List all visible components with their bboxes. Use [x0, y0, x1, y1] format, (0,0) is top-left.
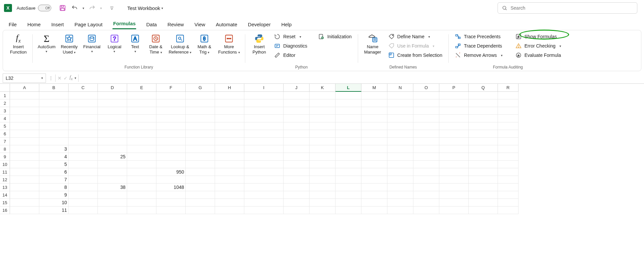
cell[interactable] [498, 99, 519, 107]
cell[interactable]: 7 [39, 176, 69, 184]
cell[interactable] [244, 115, 284, 122]
cell[interactable] [498, 115, 519, 122]
cell[interactable] [215, 161, 244, 168]
cell[interactable] [215, 138, 244, 145]
cell[interactable] [361, 168, 387, 176]
formula-options-icon[interactable]: ⋮ [49, 75, 53, 81]
cell[interactable] [284, 92, 310, 99]
cell[interactable] [387, 115, 413, 122]
cell[interactable] [335, 168, 361, 176]
cell[interactable] [98, 99, 127, 107]
cell[interactable] [127, 206, 156, 214]
cell[interactable] [439, 168, 469, 176]
show-formulas-button[interactable]: fxShow Formulas [513, 32, 564, 41]
cell[interactable] [439, 199, 469, 206]
cell[interactable] [387, 168, 413, 176]
cell[interactable] [156, 199, 186, 206]
error-checking-button[interactable]: Error Checking▾ [513, 42, 564, 50]
cell[interactable] [69, 199, 98, 206]
cell[interactable] [439, 138, 469, 145]
row-header[interactable]: 7 [0, 138, 10, 145]
cell[interactable] [498, 92, 519, 99]
cell[interactable] [39, 107, 69, 115]
cell[interactable] [244, 153, 284, 161]
cell[interactable] [186, 122, 215, 130]
cell[interactable] [10, 99, 39, 107]
cell[interactable]: 8 [39, 184, 69, 191]
cell[interactable] [498, 199, 519, 206]
select-all-corner[interactable] [0, 84, 10, 92]
cell[interactable] [413, 122, 439, 130]
cell[interactable] [98, 92, 127, 99]
cell[interactable] [10, 130, 39, 138]
cell[interactable] [10, 161, 39, 168]
cell[interactable] [39, 115, 69, 122]
cell[interactable] [215, 115, 244, 122]
cell[interactable] [215, 107, 244, 115]
cell[interactable] [186, 115, 215, 122]
cell[interactable] [284, 206, 310, 214]
row-header[interactable]: 12 [0, 176, 10, 184]
column-header[interactable]: H [215, 84, 244, 92]
column-header[interactable]: E [127, 84, 156, 92]
cell[interactable] [244, 168, 284, 176]
cell[interactable] [284, 138, 310, 145]
column-header[interactable]: J [284, 84, 310, 92]
cell[interactable] [310, 191, 335, 199]
insert-function-button[interactable]: fx InsertFunction [8, 32, 29, 56]
cell[interactable] [127, 184, 156, 191]
row-header[interactable]: 5 [0, 122, 10, 130]
cell[interactable] [335, 199, 361, 206]
autosave-state[interactable]: Off [38, 5, 51, 11]
column-header[interactable]: F [156, 84, 186, 92]
cell[interactable] [335, 99, 361, 107]
cell[interactable] [439, 153, 469, 161]
cell[interactable] [413, 115, 439, 122]
cell[interactable] [98, 145, 127, 153]
column-header[interactable]: C [69, 84, 98, 92]
cell[interactable] [186, 184, 215, 191]
cell[interactable] [215, 199, 244, 206]
cell[interactable] [186, 161, 215, 168]
cell[interactable] [310, 206, 335, 214]
cell[interactable] [413, 99, 439, 107]
cell[interactable] [469, 161, 498, 168]
row-header[interactable]: 3 [0, 107, 10, 115]
insert-python-button[interactable]: InsertPython [249, 32, 270, 56]
cell[interactable] [439, 145, 469, 153]
column-header[interactable]: D [98, 84, 127, 92]
cell[interactable] [284, 122, 310, 130]
cell[interactable] [498, 153, 519, 161]
cell[interactable] [498, 145, 519, 153]
cell[interactable] [39, 99, 69, 107]
cell[interactable] [244, 92, 284, 99]
cell[interactable] [156, 138, 186, 145]
cell[interactable] [361, 191, 387, 199]
cell[interactable] [387, 145, 413, 153]
cell[interactable] [127, 107, 156, 115]
cell[interactable] [361, 138, 387, 145]
cell[interactable]: 38 [98, 184, 127, 191]
cell[interactable] [186, 145, 215, 153]
cell[interactable] [127, 122, 156, 130]
cell[interactable] [310, 176, 335, 184]
cell[interactable] [413, 206, 439, 214]
date-time-button[interactable]: Date &Time ▾ [145, 32, 166, 56]
cell[interactable] [186, 138, 215, 145]
tab-help[interactable]: Help [281, 20, 292, 29]
cell[interactable] [469, 191, 498, 199]
logical-button[interactable]: ? Logical▾ [104, 32, 125, 55]
column-header[interactable]: O [413, 84, 439, 92]
cell[interactable] [186, 206, 215, 214]
cell[interactable] [215, 176, 244, 184]
cell[interactable] [156, 206, 186, 214]
cell[interactable] [361, 199, 387, 206]
tab-automate[interactable]: Automate [215, 20, 238, 29]
row-header[interactable]: 16 [0, 206, 10, 214]
cell[interactable] [361, 130, 387, 138]
cell[interactable] [244, 145, 284, 153]
cell[interactable] [310, 199, 335, 206]
reset-button[interactable]: Reset▾ [271, 32, 310, 41]
cell[interactable]: 25 [98, 153, 127, 161]
cell[interactable] [244, 130, 284, 138]
